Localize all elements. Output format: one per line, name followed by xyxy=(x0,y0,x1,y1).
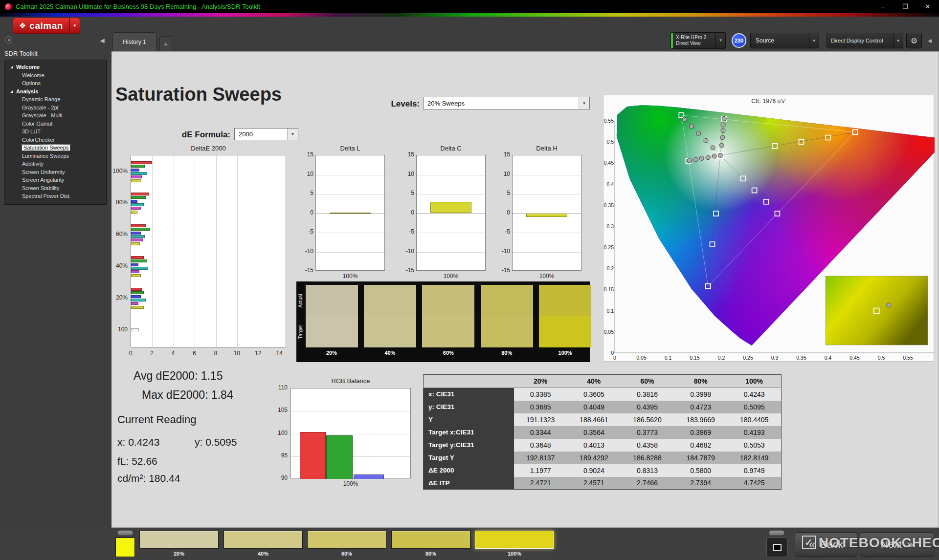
rgb-bar-red xyxy=(300,432,326,479)
close-button[interactable]: ✕ xyxy=(917,0,939,13)
display-control-dropdown[interactable]: Direct Display Control ▼ xyxy=(827,33,903,48)
sidebar-item-welcome[interactable]: Welcome xyxy=(4,63,106,71)
table-cell: 188.4661 xyxy=(567,413,621,426)
sidebar-item-colorchecker[interactable]: ColorChecker xyxy=(4,136,106,144)
sidebar-item-welcome[interactable]: Welcome xyxy=(4,71,106,80)
delta-ytick: -15 xyxy=(495,267,510,274)
sweep-button-80%[interactable]: 80% xyxy=(391,531,470,557)
add-tab-button[interactable]: + xyxy=(159,36,172,51)
current-pattern-swatch[interactable] xyxy=(115,538,135,557)
meter-name: X-Rite i1Pro 2 xyxy=(676,35,706,41)
collapse-right-panel-button[interactable]: ◀ xyxy=(924,36,935,45)
table-cell: 2.7394 xyxy=(674,477,727,490)
table-cell: 0.5053 xyxy=(727,439,781,452)
deltae-xtick: 2 xyxy=(146,350,157,357)
next-button[interactable]: Next » xyxy=(860,532,934,557)
deltae-bar-red xyxy=(131,224,146,227)
sidebar-item-label: Screen Uniformity xyxy=(22,169,65,175)
delta-value-bar xyxy=(330,213,371,214)
gridline xyxy=(280,155,280,347)
sidebar-item-label: Grayscale - Multi xyxy=(22,112,63,118)
deltae-ytick: 80% xyxy=(112,199,128,206)
expand-triangle-icon xyxy=(10,90,13,93)
rgb-balance-title: RGB Balance xyxy=(291,377,411,385)
delta-h-chart xyxy=(512,155,581,271)
deltae-xtick: 6 xyxy=(188,350,200,357)
de-formula-dropdown[interactable]: 2000 ▼ xyxy=(234,128,298,140)
deltae-xtick: 10 xyxy=(231,350,243,357)
sidebar-item-spectral-power-dist-[interactable]: Spectral Power Dist. xyxy=(4,192,106,200)
main-content: Saturation Sweeps Levels: 20% Sweeps ▼ d… xyxy=(112,51,939,528)
delta-ytick: 10 xyxy=(495,171,510,177)
deltae-bar-white xyxy=(131,328,139,331)
deltae-bar-red xyxy=(131,193,149,195)
sidebar-item-luminance-sweeps[interactable]: Luminance Sweeps xyxy=(4,152,106,160)
gridline xyxy=(291,411,410,411)
delta-ytick: -10 xyxy=(495,248,510,255)
delta-l-chart xyxy=(315,155,385,271)
pattern-window-button[interactable] xyxy=(766,538,788,557)
comparison-swatch-100% xyxy=(539,285,591,347)
sweep-button-100%[interactable]: 100% xyxy=(475,531,554,557)
tab-history-1[interactable]: History 1 xyxy=(112,32,156,51)
sidebar-item-saturation-sweeps[interactable]: Saturation Sweeps xyxy=(4,144,106,152)
sidebar-item-screen-angularity[interactable]: Screen Angularity xyxy=(4,176,106,184)
deltae-xtick: 14 xyxy=(273,350,285,357)
table-row: y: CIE310.36850.40490.43950.47230.5095 xyxy=(424,401,782,413)
deltae-bar-cyan xyxy=(131,172,147,175)
sweep-button-20%[interactable]: 20% xyxy=(139,531,219,557)
settings-gear-button[interactable]: ⚙ xyxy=(906,33,922,48)
gridline xyxy=(316,252,384,253)
sidebar-item-screen-uniformity[interactable]: Screen Uniformity xyxy=(4,168,106,176)
rgb-ytick: 105 xyxy=(273,407,288,413)
minimize-button[interactable]: – xyxy=(872,0,894,13)
sweep-swatch xyxy=(475,531,554,549)
sidebar-item-grayscale-multi[interactable]: Grayscale - Multi xyxy=(4,111,106,120)
sidebar-item-grayscale-2pt[interactable]: Grayscale - 2pt xyxy=(4,104,106,112)
table-cell: 191.1323 xyxy=(514,413,567,426)
panel-options-button[interactable] xyxy=(5,36,12,43)
sidebar-item-analysis[interactable]: Analysis xyxy=(4,87,106,96)
page-title: Saturation Sweeps xyxy=(115,84,282,105)
sidebar-item-additivity[interactable]: Additivity xyxy=(4,160,106,168)
back-button[interactable]: « Back xyxy=(795,532,857,557)
svg-text:0.4: 0.4 xyxy=(825,355,832,361)
gridline xyxy=(417,252,485,253)
chevron-down-icon: ▼ xyxy=(73,23,77,28)
back-chevrons-icon: « xyxy=(809,538,815,551)
delta-ytick: -10 xyxy=(400,248,414,255)
sidebar-item-3d-lut[interactable]: 3D LUT xyxy=(4,128,106,136)
calman-menu[interactable]: ❖ calman ▼ xyxy=(13,18,80,34)
gridline xyxy=(417,194,485,194)
deltae-bar-magenta xyxy=(131,207,141,210)
de-formula-label: dE Formula: xyxy=(158,130,230,140)
gridline xyxy=(316,214,384,214)
levels-dropdown[interactable]: 20% Sweeps ▼ xyxy=(423,97,590,109)
pattern-options-handle[interactable] xyxy=(117,530,133,536)
rgb-ytick: 100 xyxy=(273,430,288,436)
delta-ytick: 15 xyxy=(400,151,414,158)
comparison-level-label: 80% xyxy=(481,350,533,356)
table-cell: 0.5095 xyxy=(727,401,781,413)
table-row: Target Y192.8137189.4292186.8288184.7879… xyxy=(424,452,782,464)
delta-ytick: 10 xyxy=(400,171,414,177)
sidebar-item-screen-stability[interactable]: Screen Stability xyxy=(4,184,106,193)
sidebar-item-color-gamut[interactable]: Color Gamut xyxy=(4,120,106,128)
meter-dropdown[interactable]: X-Rite i1Pro 2 Direct View ▼ xyxy=(671,32,726,49)
maximize-button[interactable]: ❐ xyxy=(894,0,917,13)
sidebar-item-dynamic-range[interactable]: Dynamic Range xyxy=(4,95,106,104)
comparison-level-label: 100% xyxy=(539,350,591,356)
svg-text:0.45: 0.45 xyxy=(850,355,860,361)
next-label: Next xyxy=(881,538,902,550)
pattern-window-handle[interactable] xyxy=(769,530,784,536)
sidebar-item-label: ColorChecker xyxy=(22,137,55,143)
back-label: Back xyxy=(820,538,843,550)
source-dropdown[interactable]: Source ▼ xyxy=(750,33,819,48)
sidebar-item-options[interactable]: Options xyxy=(4,79,106,87)
sweep-button-40%[interactable]: 40% xyxy=(224,531,303,557)
deltae-ytick: 100% xyxy=(112,168,128,174)
target-swatch xyxy=(539,316,591,347)
sweep-button-60%[interactable]: 60% xyxy=(307,531,386,557)
sidebar-collapse-button[interactable]: ◀ xyxy=(97,35,108,46)
calman-menu-arrow[interactable]: ▼ xyxy=(69,18,80,34)
